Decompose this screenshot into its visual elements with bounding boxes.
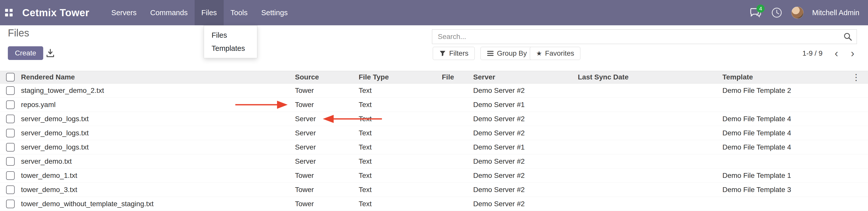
cell-source: Tower — [295, 87, 359, 95]
search-icon — [843, 32, 852, 41]
app-brand[interactable]: Cetmix Tower — [22, 7, 89, 19]
activities-button[interactable] — [771, 7, 783, 19]
menu-files[interactable]: Files — [195, 0, 224, 25]
page-title: Files — [8, 27, 29, 39]
row-checkbox[interactable] — [6, 143, 15, 152]
pager-previous-button[interactable]: ‹ — [830, 47, 843, 60]
search-bar — [432, 29, 857, 44]
row-checkbox[interactable] — [6, 185, 15, 194]
col-file-type[interactable]: File Type — [359, 73, 442, 81]
cell-template: Demo File Template 2 — [722, 87, 849, 95]
pager: 1-9 / 9 ‹ › — [803, 47, 859, 60]
cell-source: Tower — [295, 101, 359, 109]
cell-template: Demo File Template 1 — [722, 172, 849, 180]
col-server[interactable]: Server — [473, 73, 578, 81]
top-navbar: Cetmix Tower Servers Commands Files Tool… — [0, 0, 868, 25]
menu-servers[interactable]: Servers — [104, 0, 143, 25]
col-last-sync-date[interactable]: Last Sync Date — [578, 73, 722, 81]
cell-template: Demo File Template 4 — [722, 129, 849, 137]
table-row[interactable]: server_demo_logs.txtServerTextDemo Serve… — [0, 112, 868, 126]
main-menu: Servers Commands Files Tools Settings — [104, 0, 294, 25]
create-button[interactable]: Create — [8, 46, 43, 60]
cell-server: Demo Server #2 — [473, 200, 578, 208]
cell-rendered-name: server_demo_logs.txt — [21, 115, 295, 123]
col-template[interactable]: Template — [722, 73, 849, 81]
select-all-checkbox[interactable] — [6, 73, 15, 82]
search-input[interactable] — [432, 33, 839, 41]
filters-label: Filters — [449, 49, 468, 57]
cell-source: Server — [295, 115, 359, 123]
search-submit-button[interactable] — [839, 30, 857, 44]
col-file[interactable]: File — [442, 73, 473, 81]
group-by-label: Group By — [497, 49, 527, 57]
table-row[interactable]: tower_demo_1.txtTowerTextDemo Server #2D… — [0, 169, 868, 183]
navbar-right: 4 Mitchell Admin — [749, 6, 868, 19]
table-body: staging_tower_demo_2.txtTowerTextDemo Se… — [0, 84, 868, 211]
app-window: Cetmix Tower Servers Commands Files Tool… — [0, 0, 868, 211]
table-row[interactable]: tower_demo_3.txtTowerTextDemo Server #2D… — [0, 183, 868, 197]
user-avatar[interactable] — [792, 7, 804, 19]
cell-file-type: Text — [359, 186, 442, 194]
download-icon — [45, 48, 55, 58]
table-row[interactable]: repos.yamlTowerTextDemo Server #1 — [0, 98, 868, 112]
clock-icon — [771, 7, 782, 18]
col-source[interactable]: Source — [295, 73, 359, 81]
messages-badge: 4 — [756, 5, 765, 13]
menu-settings[interactable]: Settings — [254, 0, 294, 25]
menu-tools[interactable]: Tools — [224, 0, 254, 25]
cell-source: Tower — [295, 200, 359, 208]
cell-source: Tower — [295, 172, 359, 180]
files-list-view: Rendered Name Source File Type File Serv… — [0, 71, 868, 211]
favorites-button[interactable]: ★ Favorites — [530, 47, 580, 60]
menu-commands[interactable]: Commands — [143, 0, 194, 25]
table-row[interactable]: server_demo.txtServerTextDemo Server #2 — [0, 154, 868, 169]
table-row[interactable]: server_demo_logs.txtServerTextDemo Serve… — [0, 140, 868, 154]
cell-template: Demo File Template 3 — [722, 186, 849, 194]
cell-server: Demo Server #2 — [473, 87, 578, 95]
cell-rendered-name: repos.yaml — [21, 101, 295, 109]
cell-server: Demo Server #2 — [473, 115, 578, 123]
cell-file-type: Text — [359, 143, 442, 151]
cell-server: Demo Server #1 — [473, 101, 578, 109]
cell-source: Server — [295, 157, 359, 165]
group-by-button[interactable]: Group By — [480, 47, 533, 60]
cell-template: Demo File Template 4 — [722, 115, 849, 123]
grid-icon — [5, 9, 13, 17]
messages-button[interactable]: 4 — [749, 6, 762, 19]
star-icon: ★ — [536, 50, 542, 57]
cell-server: Demo Server #2 — [473, 129, 578, 137]
table-row[interactable]: staging_tower_demo_2.txtTowerTextDemo Se… — [0, 84, 868, 98]
cell-file-type: Text — [359, 157, 442, 165]
apps-menu-icon[interactable] — [0, 0, 18, 25]
cell-file-type: Text — [359, 87, 442, 95]
export-button[interactable] — [43, 46, 57, 60]
cell-file-type: Text — [359, 172, 442, 180]
dropdown-item-files[interactable]: Files — [204, 29, 257, 42]
dropdown-item-templates[interactable]: Templates — [204, 42, 257, 55]
cell-server: Demo Server #2 — [473, 172, 578, 180]
row-checkbox[interactable] — [6, 115, 15, 123]
row-checkbox[interactable] — [6, 157, 15, 166]
table-row[interactable]: server_demo_logs.txtServerTextDemo Serve… — [0, 126, 868, 140]
cell-rendered-name: staging_tower_demo_2.txt — [21, 87, 295, 95]
pager-next-button[interactable]: › — [846, 47, 859, 60]
row-checkbox[interactable] — [6, 171, 15, 180]
row-checkbox[interactable] — [6, 86, 15, 95]
cell-source: Server — [295, 129, 359, 137]
cell-file-type: Text — [359, 200, 442, 208]
table-row[interactable]: tower_demo_without_template_staging.txtT… — [0, 197, 868, 211]
user-name[interactable]: Mitchell Admin — [812, 9, 859, 17]
cell-file-type: Text — [359, 101, 442, 109]
row-checkbox[interactable] — [6, 200, 15, 208]
table-header-row: Rendered Name Source File Type File Serv… — [0, 71, 868, 84]
row-checkbox[interactable] — [6, 100, 15, 109]
cell-source: Server — [295, 143, 359, 151]
cell-rendered-name: server_demo.txt — [21, 157, 295, 165]
files-dropdown-menu: Files Templates — [204, 25, 257, 58]
row-checkbox[interactable] — [6, 129, 15, 138]
cell-rendered-name: tower_demo_3.txt — [21, 186, 295, 194]
cell-file-type: Text — [359, 115, 442, 123]
optional-columns-toggle[interactable]: ⋮ — [849, 71, 863, 83]
col-rendered-name[interactable]: Rendered Name — [21, 73, 295, 81]
filters-button[interactable]: Filters — [433, 47, 475, 60]
